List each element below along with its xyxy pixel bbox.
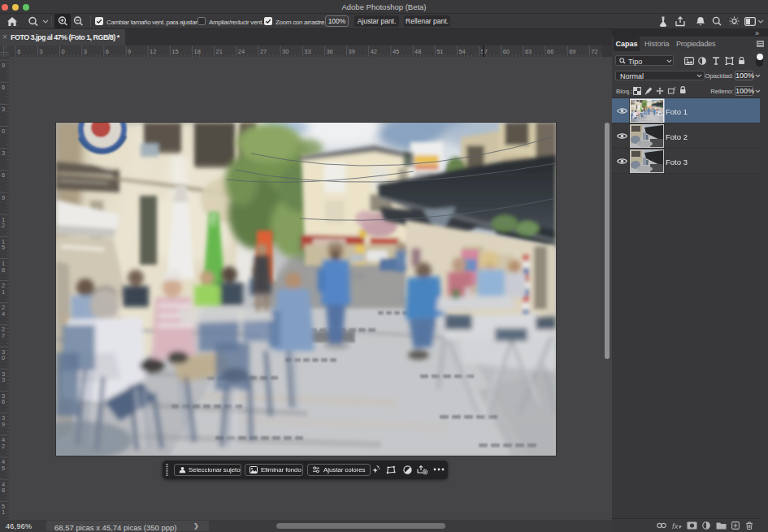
svg-text:66: 66 xyxy=(547,48,553,55)
svg-text:6: 6 xyxy=(106,48,109,55)
svg-text:6: 6 xyxy=(17,48,20,55)
svg-text:39: 39 xyxy=(349,48,355,55)
svg-text:9: 9 xyxy=(2,194,5,201)
svg-text:6: 6 xyxy=(2,84,5,91)
svg-text:15: 15 xyxy=(171,48,178,55)
svg-text:12: 12 xyxy=(150,48,156,55)
svg-text:60: 60 xyxy=(503,48,510,55)
svg-text:45: 45 xyxy=(393,48,399,55)
svg-text:6: 6 xyxy=(2,398,5,405)
svg-text:5: 5 xyxy=(2,244,5,251)
svg-text:27: 27 xyxy=(260,48,267,55)
svg-text:9: 9 xyxy=(2,421,5,428)
svg-text:2: 2 xyxy=(2,222,5,229)
svg-text:54: 54 xyxy=(458,48,465,55)
svg-text:21: 21 xyxy=(216,48,223,55)
svg-text:3: 3 xyxy=(2,149,5,157)
svg-text:3: 3 xyxy=(39,48,42,55)
svg-text:0: 0 xyxy=(2,128,5,135)
svg-text:36: 36 xyxy=(326,48,332,55)
svg-text:1: 1 xyxy=(2,508,5,516)
svg-text:18: 18 xyxy=(194,48,201,55)
svg-text:3: 3 xyxy=(84,48,87,55)
svg-text:30: 30 xyxy=(282,48,289,55)
svg-text:57: 57 xyxy=(481,48,488,55)
svg-text:0: 0 xyxy=(62,48,65,55)
svg-text:2: 2 xyxy=(2,443,5,450)
svg-text:48: 48 xyxy=(414,48,421,55)
svg-text:3: 3 xyxy=(2,376,5,383)
svg-text:9: 9 xyxy=(128,48,131,55)
svg-text:7: 7 xyxy=(2,332,5,340)
svg-text:63: 63 xyxy=(525,48,532,55)
svg-text:33: 33 xyxy=(304,48,310,55)
svg-text:0: 0 xyxy=(2,354,5,361)
svg-text:72: 72 xyxy=(591,48,597,55)
svg-text:6: 6 xyxy=(2,171,5,179)
svg-text:24: 24 xyxy=(238,48,245,55)
svg-text:5: 5 xyxy=(2,465,5,472)
svg-text:69: 69 xyxy=(569,48,575,55)
svg-text:8: 8 xyxy=(2,266,5,274)
svg-text:3: 3 xyxy=(2,106,5,113)
svg-text:4: 4 xyxy=(2,310,5,318)
svg-text:9: 9 xyxy=(2,62,5,69)
svg-text:51: 51 xyxy=(436,48,443,55)
svg-text:8: 8 xyxy=(2,487,5,494)
svg-text:1: 1 xyxy=(2,288,5,296)
svg-text:42: 42 xyxy=(371,48,377,55)
